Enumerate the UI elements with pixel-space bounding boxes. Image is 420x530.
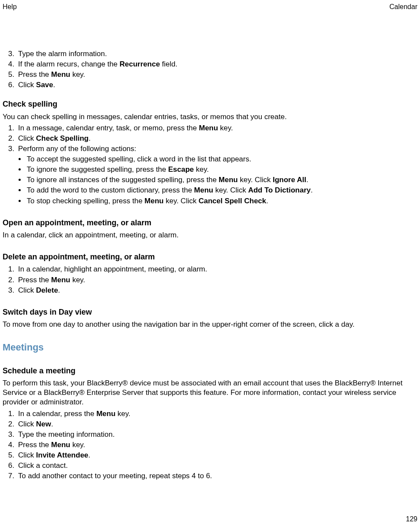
bold-term: Ignore All (273, 176, 306, 184)
step-text: Click Check Spelling. (18, 134, 91, 142)
step-text: In a calendar, press the Menu key. (18, 410, 130, 418)
list-item: Press the Menu key. (16, 440, 417, 450)
text: Click (18, 420, 36, 428)
list-item: In a calendar, press the Menu key. (16, 409, 417, 419)
list-item: To add the word to the custom dictionary… (26, 186, 417, 195)
list-item: Click Delete. (16, 286, 417, 295)
bold-term: Menu (51, 70, 70, 79)
page: Help Calendar Type the alarm information… (0, 0, 420, 530)
switch-body: To move from one day to another using th… (3, 320, 417, 329)
text: . (88, 134, 91, 142)
step-text: To add another contact to your meeting, … (18, 472, 212, 480)
step-text: In a message, calendar entry, task, or m… (18, 124, 233, 132)
list-item: Click Save. (16, 80, 417, 90)
step-text: Click Save. (18, 81, 55, 89)
text: . (306, 176, 308, 184)
text: key. Click (213, 186, 248, 194)
text: To ignore the suggested spelling, press … (27, 165, 168, 174)
bold-term: Menu (219, 176, 238, 184)
text: In a message, calendar entry, task, or m… (18, 124, 199, 132)
heading-delete: Delete an appointment, meeting, or alarm (3, 252, 417, 262)
bullet-text: To ignore all instances of the suggested… (27, 176, 308, 184)
text: To stop checking spelling, press the (27, 197, 144, 205)
heading-open: Open an appointment, meeting, or alarm (3, 218, 417, 228)
bold-term: Menu (51, 441, 70, 449)
check-spelling-intro: You can check spelling in messages, cale… (3, 112, 417, 122)
header-left: Help (3, 3, 17, 12)
heading-switch-days: Switch days in Day view (3, 307, 417, 317)
bullet-text: To ignore the suggested spelling, press … (27, 165, 209, 174)
text: key. (70, 70, 85, 79)
step-text: Press the Menu key. (18, 441, 85, 449)
text: key. (70, 441, 85, 449)
step-text: Click a contact. (18, 461, 68, 470)
bold-term: Menu (144, 197, 163, 205)
text: If the alarm recurs, change the (18, 60, 119, 68)
step-text: In a calendar, highlight an appointment,… (18, 265, 207, 273)
bold-term: Invite Attendee (36, 451, 88, 459)
check-spelling-steps: In a message, calendar entry, task, or m… (3, 123, 417, 154)
step-text: Perform any of the following actions: (18, 145, 136, 153)
list-item: Click Check Spelling. (16, 134, 417, 143)
text: key. (116, 410, 131, 418)
page-header: Help Calendar (3, 3, 417, 12)
bold-term: Menu (96, 410, 115, 418)
step-text: Press the Menu key. (18, 70, 85, 79)
header-right: Calendar (389, 3, 417, 12)
list-item: In a calendar, highlight an appointment,… (16, 265, 417, 274)
list-item: Click a contact. (16, 461, 417, 470)
bold-term: Escape (168, 165, 194, 174)
heading-meetings: Meetings (3, 341, 417, 354)
text: field. (160, 60, 178, 68)
bold-term: Cancel Spell Check (198, 197, 266, 205)
schedule-steps: In a calendar, press the Menu key. Click… (3, 409, 417, 481)
bold-term: Check Spelling (36, 134, 89, 142)
bold-term: Recurrence (119, 60, 160, 68)
text: key. (194, 165, 209, 174)
list-item: In a message, calendar entry, task, or m… (16, 123, 417, 133)
bold-term: Menu (51, 276, 70, 284)
text: Click (18, 286, 36, 294)
text: key. Click (164, 197, 199, 205)
bullet-text: To stop checking spelling, press the Men… (27, 197, 268, 205)
bold-term: Menu (194, 186, 213, 194)
bold-term: Add To Dictionary (248, 186, 310, 194)
list-item: To ignore the suggested spelling, press … (26, 165, 417, 174)
list-item: Click New. (16, 420, 417, 429)
list-item: Type the meeting information. (16, 430, 417, 439)
list-item: Press the Menu key. (16, 275, 417, 285)
text: . (51, 420, 53, 428)
list-item: To accept the suggested spelling, click … (26, 155, 417, 164)
text: Press the (18, 441, 51, 449)
text: . (58, 286, 60, 294)
text: Click (18, 81, 36, 89)
check-spelling-bullets: To accept the suggested spelling, click … (3, 155, 417, 205)
list-item: Press the Menu key. (16, 70, 417, 79)
text: Click (18, 134, 36, 142)
list-item: To stop checking spelling, press the Men… (26, 196, 417, 206)
schedule-body: To perform this task, your BlackBerry® d… (3, 379, 417, 407)
list-item: If the alarm recurs, change the Recurren… (16, 60, 417, 69)
bullet-text: To add the word to the custom dictionary… (27, 186, 313, 194)
open-body: In a calendar, click an appointment, mee… (3, 230, 417, 240)
list-item: Type the alarm information. (16, 49, 417, 59)
list-item: Perform any of the following actions: (16, 144, 417, 154)
list-item: To add another contact to your meeting, … (16, 471, 417, 481)
step-text: Type the meeting information. (18, 430, 115, 439)
step-text: Click New. (18, 420, 53, 428)
bullet-text: To accept the suggested spelling, click … (27, 155, 251, 163)
step-text: Type the alarm information. (18, 50, 107, 58)
text: key. Click (238, 176, 273, 184)
text: . (266, 197, 268, 205)
heading-check-spelling: Check spelling (3, 99, 417, 109)
bold-term: New (36, 420, 51, 428)
text: Click (18, 451, 36, 459)
bold-term: Menu (199, 124, 218, 132)
text: To add the word to the custom dictionary… (27, 186, 194, 194)
text: To ignore all instances of the suggested… (27, 176, 219, 184)
page-number: 129 (406, 515, 417, 524)
text: In a calendar, press the (18, 410, 96, 418)
step-text: If the alarm recurs, change the Recurren… (18, 60, 178, 68)
page-content: Type the alarm information. If the alarm… (3, 48, 417, 482)
alarm-steps: Type the alarm information. If the alarm… (3, 49, 417, 90)
